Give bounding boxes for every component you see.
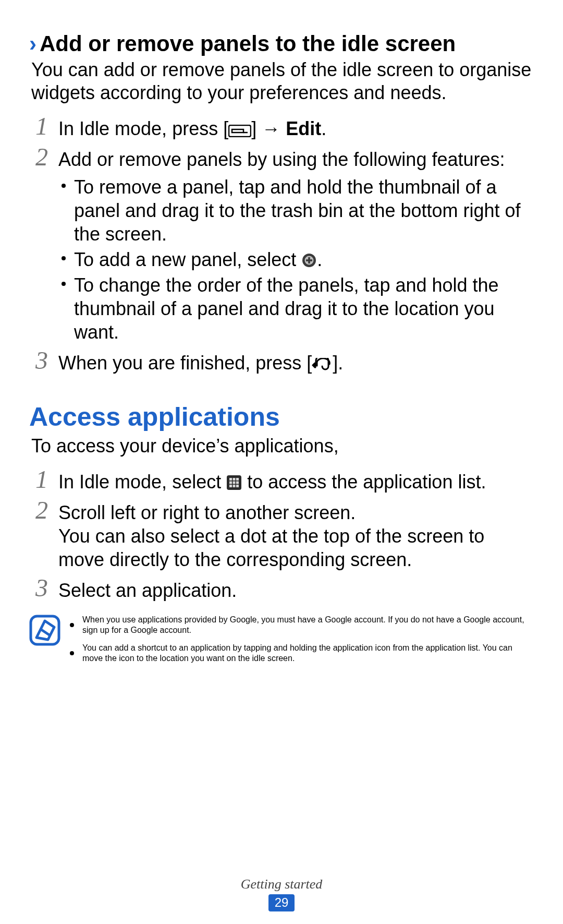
svg-rect-8 [229,478,232,481]
step-text-post: to access the application list. [242,471,486,493]
page-number-badge: 29 [268,894,295,911]
manual-page: ›Add or remove panels to the idle screen… [0,0,563,924]
step-3: 3 When you are finished, press [ ]. [29,351,534,375]
intro-text-2: To access your device’s applications, [31,435,534,458]
step-1: 1 In Idle mode, press [ ] → Edit. [29,117,534,140]
menu-key-icon [228,125,251,137]
step-text-post: ] → [251,118,286,139]
steps-list-2: 1 In Idle mode, select to access the app… [29,470,534,602]
bullet-add-post: . [317,249,322,270]
bullet-add-pre: To add a new panel, select [74,249,301,270]
step-number: 3 [31,572,52,604]
svg-rect-6 [306,259,312,261]
svg-rect-11 [229,482,232,484]
heading-access-applications: Access applications [29,403,534,431]
page-footer: Getting started 29 [0,877,563,911]
svg-rect-14 [229,485,232,487]
note-bullet-2: You can add a shortcut to an application… [67,643,534,664]
note-content: When you use applications provided by Go… [67,613,534,671]
step-bold: Edit [286,118,321,139]
step-2: 2 Add or remove panels by using the foll… [29,148,534,344]
note-bullet-1: When you use applications provided by Go… [67,615,534,635]
back-key-icon [312,358,333,371]
bullet-add: To add a new panel, select . [58,248,534,271]
footer-chapter: Getting started [0,877,563,892]
step-number: 2 [31,141,52,173]
svg-rect-12 [233,482,236,484]
bullet-remove: To remove a panel, tap and hold the thum… [58,175,534,246]
plus-circle-icon [301,253,317,268]
step-3b: 3 Select an application. [29,579,534,602]
step-2b: 2 Scroll left or right to another screen… [29,501,534,571]
note-block: When you use applications provided by Go… [29,613,534,671]
svg-rect-1 [232,129,243,133]
step-text: Select an application. [58,580,237,601]
note-icon [29,615,60,646]
svg-rect-16 [236,485,239,487]
step-extra: You can also select a dot at the top of … [58,525,484,570]
svg-line-18 [41,629,50,635]
step-number: 1 [31,464,52,495]
step-number: 1 [31,111,52,142]
intro-text-1: You can add or remove panels of the idle… [31,58,534,104]
note-bullets: When you use applications provided by Go… [67,615,534,664]
step-text-post: ]. [333,352,343,374]
heading-text: Add or remove panels to the idle screen [40,31,456,56]
sub-heading-add-remove: ›Add or remove panels to the idle screen [29,31,534,56]
step-1b: 1 In Idle mode, select to access the app… [29,470,534,494]
apps-grid-icon [226,475,242,490]
bullets-list: To remove a panel, tap and hold the thum… [58,175,534,344]
step-text-pre: In Idle mode, press [ [58,118,228,139]
svg-rect-10 [236,478,239,481]
svg-rect-9 [233,478,236,481]
step-number: 3 [31,345,52,376]
steps-list-1: 1 In Idle mode, press [ ] → Edit. 2 Add … [29,117,534,375]
step-text-pre: In Idle mode, select [58,471,226,493]
svg-rect-13 [236,482,239,484]
bullet-reorder: To change the order of the panels, tap a… [58,273,534,344]
step-text: Add or remove panels by using the follow… [58,149,505,170]
step-text: Scroll left or right to another screen. [58,502,356,523]
step-tail: . [321,118,326,139]
svg-rect-15 [233,485,236,487]
chevron-icon: › [29,31,36,56]
step-number: 2 [31,495,52,526]
step-text-pre: When you are finished, press [ [58,352,312,374]
